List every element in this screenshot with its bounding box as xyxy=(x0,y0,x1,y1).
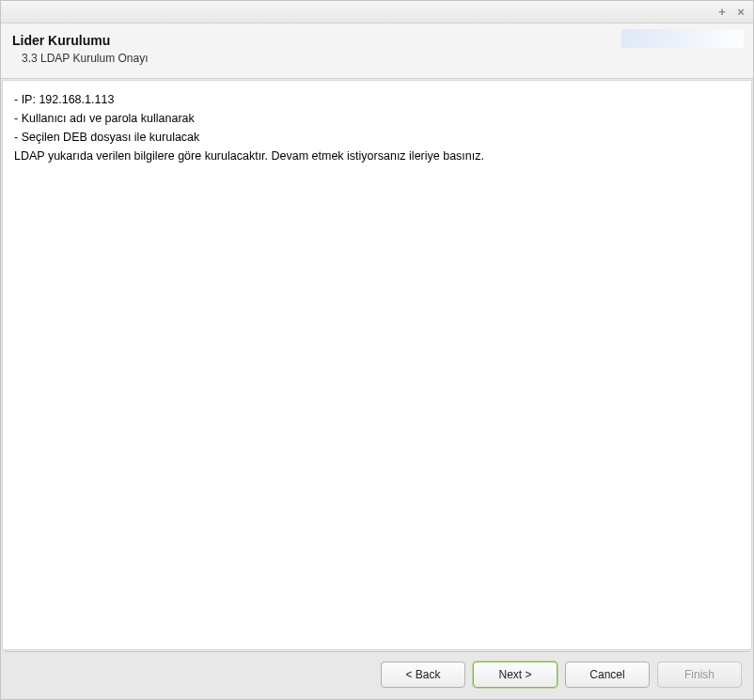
content-line: - IP: 192.168.1.113 xyxy=(14,90,740,109)
close-icon[interactable]: × xyxy=(734,6,747,19)
content-line: - Seçilen DEB dosyası ile kurulacak xyxy=(14,128,740,147)
next-button[interactable]: Next > xyxy=(473,661,558,688)
header-banner-graphic xyxy=(621,29,744,48)
content-line: LDAP yukarıda verilen bilgilere göre kur… xyxy=(14,147,740,165)
wizard-header: Lider Kurulumu 3.3 LDAP Kurulum Onayı xyxy=(1,23,753,79)
content-line: - Kullanıcı adı ve parola kullanarak xyxy=(14,109,740,128)
finish-button: Finish xyxy=(657,661,742,688)
page-subtitle: 3.3 LDAP Kurulum Onayı xyxy=(12,52,742,65)
cancel-button[interactable]: Cancel xyxy=(565,661,650,688)
window-titlebar: + × xyxy=(1,1,753,23)
wizard-window: + × Lider Kurulumu 3.3 LDAP Kurulum Onay… xyxy=(0,0,754,700)
content-area: - IP: 192.168.1.113 - Kullanıcı adı ve p… xyxy=(2,80,752,650)
wizard-footer: < Back Next > Cancel Finish xyxy=(1,652,753,699)
minimize-icon[interactable]: + xyxy=(715,6,729,19)
back-button[interactable]: < Back xyxy=(381,661,465,688)
